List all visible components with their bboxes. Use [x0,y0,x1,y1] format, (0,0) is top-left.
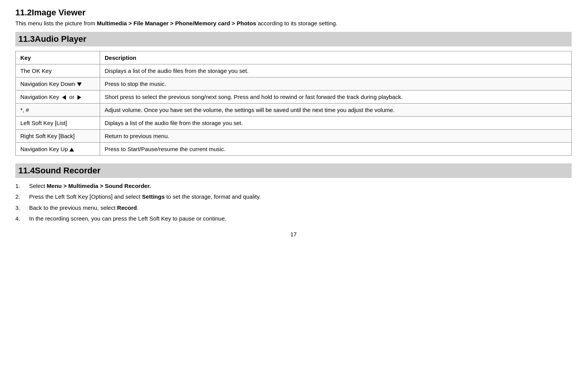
table-cell-desc: Press to Start/Pause/resume the current … [100,142,572,155]
table-row: Navigation Key Down Press to stop the mu… [16,77,572,90]
list-item-text: In the recording screen, you can press t… [29,214,226,223]
triangle-down-icon [77,82,82,86]
list-item: 2. Press the Left Soft Key [Options] and… [15,193,572,201]
table-row: Navigation Key or Short press to select … [16,90,572,103]
table-row: Left Soft Key [List] Diplays a list of t… [16,116,572,129]
table-cell-desc: Return to previous menu. [100,129,572,142]
image-viewer-intro-part2: according to its storage setting. [256,20,337,26]
audio-player-table: Key Description The OK Key Displays a li… [15,51,572,156]
list-item-text: Press the Left Soft Key [Options] and se… [29,193,261,201]
list-item-text: Select Menu > Multimedia > Sound Recorde… [29,182,151,191]
list-item: 1. Select Menu > Multimedia > Sound Reco… [15,182,572,191]
table-row: *, # Adjust volume. Once you have set th… [16,103,572,116]
table-header-key: Key [16,51,100,64]
table-row: Right Soft Key [Back] Return to previous… [16,129,572,142]
table-cell-key: Right Soft Key [Back] [16,129,100,142]
triangle-right-icon [77,95,81,100]
table-cell-key: Navigation Key or [16,90,100,103]
image-viewer-intro: This menu lists the picture from Multime… [15,19,572,28]
page-number: 17 [15,231,572,237]
triangle-up-icon [69,148,74,152]
list-item-text: Back to the previous menu, select Record… [29,204,138,212]
table-cell-desc: Diplays a list of the audio file from th… [100,116,572,129]
image-viewer-intro-part1: This menu lists the picture from [15,20,97,26]
table-cell-desc: Displays a list of the audio files from … [100,64,572,77]
list-item-num: 4. [15,214,25,223]
table-row: The OK Key Displays a list of the audio … [16,64,572,77]
audio-player-section: 11.3Audio Player Key Description The OK … [15,32,572,156]
table-cell-key: *, # [16,103,100,116]
sound-recorder-title: 11.4Sound Recorder [15,163,572,178]
table-cell-desc: Short press to select the previous song/… [100,90,572,103]
triangle-left-icon [62,95,66,100]
audio-player-title: 11.3Audio Player [15,32,572,46]
list-item: 3. Back to the previous menu, select Rec… [15,204,572,212]
table-cell-key: Navigation Key Down [16,77,100,90]
sound-recorder-list: 1. Select Menu > Multimedia > Sound Reco… [15,182,572,223]
sound-recorder-section: 11.4Sound Recorder 1. Select Menu > Mult… [15,163,572,223]
table-cell-key: The OK Key [16,64,100,77]
image-viewer-title: 11.2Image Viewer [15,8,572,18]
table-row: Navigation Key Up Press to Start/Pause/r… [16,142,572,155]
list-item: 4. In the recording screen, you can pres… [15,214,572,223]
image-viewer-section: 11.2Image Viewer This menu lists the pic… [15,8,572,28]
table-cell-desc: Press to stop the music. [100,77,572,90]
table-header-description: Description [100,51,572,64]
table-cell-key: Left Soft Key [List] [16,116,100,129]
table-cell-desc: Adjust volume. Once you have set the vol… [100,103,572,116]
table-header-row: Key Description [16,51,572,64]
list-item-num: 1. [15,182,25,191]
list-item-num: 3. [15,204,25,212]
list-item-num: 2. [15,193,25,201]
image-viewer-intro-bold: Multimedia > File Manager > Phone/Memory… [97,20,257,26]
table-cell-key: Navigation Key Up [16,142,100,155]
